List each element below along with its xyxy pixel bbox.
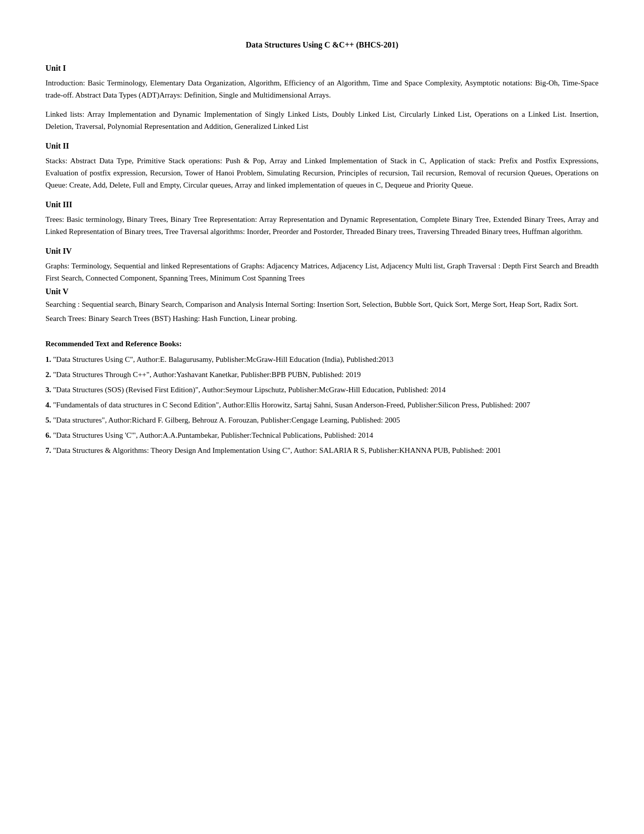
unit-iii-heading: Unit III: [45, 200, 599, 209]
unit-v-block: Unit V Searching : Sequential search, Bi…: [45, 287, 599, 325]
list-item: 4. "Fundamentals of data structures in C…: [45, 399, 599, 411]
unit-v-heading: Unit V: [45, 287, 599, 296]
recommended-heading: Recommended Text and Reference Books:: [45, 340, 599, 348]
list-item: 3. "Data Structures (SOS) (Revised First…: [45, 384, 599, 396]
unit-ii-heading: Unit II: [45, 142, 599, 151]
unit-i-block: Unit I Introduction: Basic Terminology, …: [45, 64, 599, 132]
unit-iii-block: Unit III Trees: Basic terminology, Binar…: [45, 200, 599, 238]
unit-iv-heading: Unit IV: [45, 247, 599, 256]
unit-v-para-1: Searching : Sequential search, Binary Se…: [45, 298, 599, 310]
unit-v-para-2: Search Trees: Binary Search Trees (BST) …: [45, 312, 599, 325]
list-item: 6. "Data Structures Using 'C'", Author:A…: [45, 429, 599, 441]
unit-i-heading: Unit I: [45, 64, 599, 73]
unit-i-para-1: Introduction: Basic Terminology, Element…: [45, 77, 599, 101]
unit-ii-para-1: Stacks: Abstract Data Type, Primitive St…: [45, 155, 599, 191]
list-item: 2. "Data Structures Through C++", Author…: [45, 368, 599, 381]
list-item: 7. "Data Structures & Algorithms: Theory…: [45, 444, 599, 456]
list-item: 5. "Data structures", Author:Richard F. …: [45, 414, 599, 426]
page-title: Data Structures Using C &C++ (BHCS-201): [45, 40, 599, 50]
unit-iv-block: Unit IV Graphs: Terminology, Sequential …: [45, 247, 599, 284]
unit-ii-block: Unit II Stacks: Abstract Data Type, Prim…: [45, 142, 599, 191]
reference-list: 1. "Data Structures Using C", Author:E. …: [45, 353, 599, 456]
recommended-block: Recommended Text and Reference Books: 1.…: [45, 340, 599, 456]
unit-i-para-2: Linked lists: Array Implementation and D…: [45, 108, 599, 132]
unit-iv-para-1: Graphs: Terminology, Sequential and link…: [45, 260, 599, 284]
list-item: 1. "Data Structures Using C", Author:E. …: [45, 353, 599, 365]
page: Data Structures Using C &C++ (BHCS-201) …: [0, 0, 644, 834]
unit-iii-para-1: Trees: Basic terminology, Binary Trees, …: [45, 213, 599, 238]
